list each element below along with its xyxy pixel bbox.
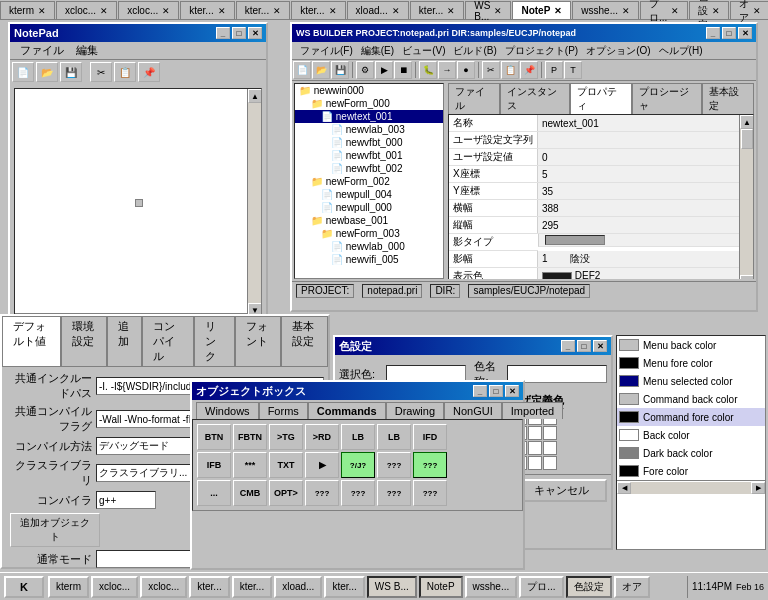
obj-btn-play[interactable]: ▶ <box>305 452 339 478</box>
shadow-type-dropdown[interactable] <box>545 235 605 245</box>
obj-btn-r3b6[interactable]: ??? <box>377 480 411 506</box>
taskbar-xload[interactable]: xload... <box>274 576 322 598</box>
wsbuilder-menu-project[interactable]: プロジェクト(P) <box>501 43 582 59</box>
prop-tab-proc[interactable]: プロシージャ <box>632 83 703 114</box>
tree-newpull000[interactable]: 📄 newpull_000 <box>295 201 443 214</box>
taskbar-xcloc1[interactable]: xcloc... <box>91 576 138 598</box>
tree-newvifi005[interactable]: 📄 newvifi_005 <box>295 253 443 266</box>
taskbar-wsshe[interactable]: wsshe... <box>465 576 518 598</box>
toolbar-open[interactable]: 📂 <box>36 62 58 82</box>
taskbar-color[interactable]: 色設定 <box>566 576 612 598</box>
taskbar-kter4[interactable]: kter... <box>324 576 364 598</box>
compile-tab-compile[interactable]: コンパイル <box>142 316 195 366</box>
tab-kter4[interactable]: kter... ✕ <box>410 1 464 19</box>
color-list-item-menu-back[interactable]: Menu back color <box>617 336 765 354</box>
prop-tab-file[interactable]: ファイル <box>448 83 500 114</box>
compile-tab-env[interactable]: 環境設定 <box>61 316 108 366</box>
user-color-7[interactable] <box>528 426 542 440</box>
object-tab-windows[interactable]: Windows <box>196 402 259 419</box>
compile-tab-font[interactable]: フォント <box>235 316 282 366</box>
tree-newvfbt002[interactable]: 📄 newvfbt_002 <box>295 162 443 175</box>
tree-panel[interactable]: 📁 newwin000 📁 newForm_000 📄 newtext_001 … <box>294 83 444 279</box>
taskbar-notep[interactable]: NoteP <box>419 576 463 598</box>
wsbuilder-menu-help[interactable]: ヘルプ(H) <box>655 43 707 59</box>
tab-kter1[interactable]: kter... ✕ <box>180 1 234 19</box>
tb-cut[interactable]: ✂ <box>482 61 500 79</box>
tree-newvfbt001[interactable]: 📄 newvfbt_001 <box>295 149 443 162</box>
object-tab-drawing[interactable]: Drawing <box>386 402 444 419</box>
obj-btn-OPT[interactable]: OPT> <box>269 480 303 506</box>
tree-newvfbt000[interactable]: 📄 newvfbt_000 <box>295 136 443 149</box>
compiler-input[interactable] <box>96 491 156 509</box>
prop-tab-instance[interactable]: インスタンス <box>500 83 571 114</box>
toolbar-paste[interactable]: 📌 <box>138 62 160 82</box>
prop-tab-property[interactable]: プロパティ <box>570 83 631 114</box>
wsbuilder-close[interactable]: ✕ <box>738 27 752 39</box>
tree-newbase001[interactable]: 📁 newbase_001 <box>295 214 443 227</box>
tab-xload[interactable]: xload... ✕ <box>347 1 409 19</box>
taskbar-xcloc2[interactable]: xcloc... <box>140 576 187 598</box>
obj-btn-FBTN[interactable]: FBTN <box>233 424 267 450</box>
color-minimize[interactable]: _ <box>561 340 575 352</box>
tree-newvlab000[interactable]: 📄 newvlab_000 <box>295 240 443 253</box>
object-tab-forms[interactable]: Forms <box>259 402 308 419</box>
tree-newform000[interactable]: 📁 newForm_000 <box>295 97 443 110</box>
tab-kter2[interactable]: kter... ✕ <box>236 1 290 19</box>
color-maximize[interactable]: □ <box>577 340 591 352</box>
color-list-item-menu-selected[interactable]: Menu selected color <box>617 372 765 390</box>
tab-xcloc2[interactable]: xcloc... ✕ <box>118 1 179 19</box>
tree-newwin000[interactable]: 📁 newwin000 <box>295 84 443 97</box>
tb-open[interactable]: 📂 <box>312 61 330 79</box>
notepad-menu-edit[interactable]: 編集 <box>70 41 104 60</box>
compile-tab-add[interactable]: 追加 <box>107 316 141 366</box>
color-close[interactable]: ✕ <box>593 340 607 352</box>
compile-tab-link[interactable]: リンク <box>194 316 234 366</box>
prop-scroll-up[interactable]: ▲ <box>740 115 754 129</box>
tb-new[interactable]: 📄 <box>293 61 311 79</box>
compile-tab-default[interactable]: デフォルト値 <box>2 316 61 366</box>
obj-btn-star[interactable]: *** <box>233 452 267 478</box>
taskbar-kterm[interactable]: kterm <box>48 576 89 598</box>
toolbar-save[interactable]: 💾 <box>60 62 82 82</box>
prop-tab-basic[interactable]: 基本設定 <box>702 83 754 114</box>
tab-color[interactable]: 色設定 ✕ <box>689 1 729 19</box>
obj-btn-IFD[interactable]: IFD <box>413 424 447 450</box>
tree-newpull004[interactable]: 📄 newpull_004 <box>295 188 443 201</box>
tab-xcloc1[interactable]: xcloc... ✕ <box>56 1 117 19</box>
tab-notep[interactable]: NoteP ✕ <box>512 1 571 19</box>
color-list-item-dark-back[interactable]: Dark back color <box>617 444 765 462</box>
tree-newvlab003[interactable]: 📄 newvlab_003 <box>295 123 443 136</box>
obj-btn-LB1[interactable]: LB <box>341 424 375 450</box>
color-list-item-menu-fore[interactable]: Menu fore color <box>617 354 765 372</box>
user-color-12[interactable] <box>543 441 557 455</box>
obj-btn-TXT[interactable]: TXT <box>269 452 303 478</box>
obj-btn-BTN[interactable]: BTN <box>197 424 231 450</box>
tab-wsshe[interactable]: wsshe... ✕ <box>572 1 639 19</box>
tab-kterm1[interactable]: kterm ✕ <box>0 1 55 19</box>
object-tab-imported[interactable]: Imported <box>502 402 563 419</box>
wsbuilder-menu-edit[interactable]: 編集(E) <box>357 43 398 59</box>
wsbuilder-menu-options[interactable]: オプション(O) <box>582 43 654 59</box>
tree-newform002[interactable]: 📁 newForm_002 <box>295 175 443 188</box>
tb-bp[interactable]: ● <box>457 61 475 79</box>
taskbar-oa[interactable]: オア <box>614 576 650 598</box>
color-cancel-button[interactable]: キャンセル <box>516 479 607 502</box>
obj-btn-q1[interactable]: ?/J? <box>341 452 375 478</box>
user-color-11[interactable] <box>528 441 542 455</box>
color-list-item-cmd-back[interactable]: Command back color <box>617 390 765 408</box>
tab-pro[interactable]: プロ... ✕ <box>640 1 688 19</box>
tb-prop[interactable]: P <box>545 61 563 79</box>
object-close[interactable]: ✕ <box>505 385 519 397</box>
object-tab-nongui[interactable]: NonGUI <box>444 402 502 419</box>
toolbar-new[interactable]: 📄 <box>12 62 34 82</box>
add-object-button[interactable]: 追加オブジェクト <box>10 513 100 547</box>
color-list-item-back[interactable]: Back color <box>617 426 765 444</box>
object-maximize[interactable]: □ <box>489 385 503 397</box>
wsbuilder-maximize[interactable]: □ <box>722 27 736 39</box>
taskbar-wsb[interactable]: WS B... <box>367 576 417 598</box>
color-list-scroll-left[interactable]: ◀ <box>617 482 631 494</box>
notepad-maximize[interactable]: □ <box>232 27 246 39</box>
color-list-item-cmd-fore[interactable]: Command fore color <box>617 408 765 426</box>
object-titlebar[interactable]: オブジェクトボックス _ □ ✕ <box>192 382 523 400</box>
tab-oa[interactable]: オア ✕ <box>730 1 768 19</box>
